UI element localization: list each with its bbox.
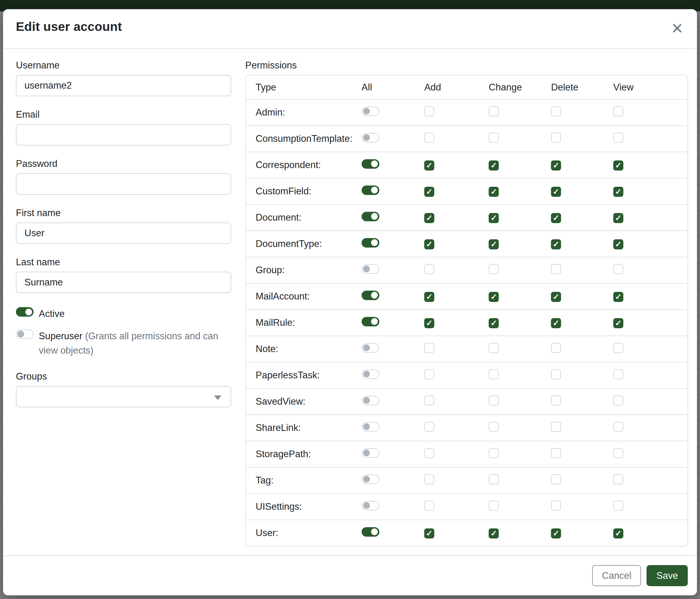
perm-change-checkbox-user[interactable]	[489, 528, 499, 538]
perm-view-checkbox-documenttype[interactable]	[613, 239, 623, 249]
perm-change-checkbox-tag[interactable]	[489, 474, 499, 484]
perm-add-checkbox-user[interactable]	[424, 528, 434, 538]
perm-delete-checkbox-document[interactable]	[551, 213, 561, 223]
perm-view-checkbox-user[interactable]	[613, 528, 623, 538]
perm-add-checkbox-correspondent[interactable]	[424, 161, 434, 170]
perm-all-toggle-uisettings[interactable]	[361, 501, 379, 510]
perm-delete-checkbox-correspondent[interactable]	[551, 161, 561, 170]
email-field[interactable]	[16, 124, 231, 145]
perm-view-checkbox-document[interactable]	[613, 213, 623, 223]
active-toggle[interactable]	[16, 307, 33, 317]
perm-view-checkbox-sharelink[interactable]	[613, 422, 623, 432]
perm-all-toggle-consumptiontemplate[interactable]	[361, 133, 379, 142]
groups-select[interactable]	[16, 386, 231, 407]
perm-view-checkbox-admin[interactable]	[613, 106, 623, 116]
perm-delete-checkbox-admin[interactable]	[551, 106, 561, 116]
perm-change-checkbox-mailaccount[interactable]	[489, 292, 499, 302]
perm-change-checkbox-uisettings[interactable]	[489, 501, 499, 511]
perm-view-checkbox-storagepath[interactable]	[613, 448, 623, 458]
perm-all-toggle-admin[interactable]	[361, 107, 379, 116]
perm-view-checkbox-group[interactable]	[613, 264, 623, 274]
perm-view-checkbox-consumptiontemplate[interactable]	[613, 133, 623, 143]
perm-delete-checkbox-savedview[interactable]	[551, 396, 561, 406]
perm-all-toggle-sharelink[interactable]	[361, 422, 379, 432]
perm-change-checkbox-admin[interactable]	[489, 106, 499, 116]
perm-add-checkbox-tag[interactable]	[424, 474, 434, 484]
perm-view-checkbox-mailaccount[interactable]	[613, 292, 623, 302]
perm-delete-checkbox-documenttype[interactable]	[551, 239, 561, 249]
perm-all-toggle-correspondent[interactable]	[361, 159, 379, 169]
perm-add-checkbox-group[interactable]	[424, 264, 434, 274]
perm-all-toggle-documenttype[interactable]	[361, 238, 379, 247]
perm-add-checkbox-savedview[interactable]	[424, 396, 434, 406]
perm-all-toggle-customfield[interactable]	[361, 186, 379, 195]
perm-all-toggle-mailaccount[interactable]	[361, 291, 379, 300]
perm-delete-checkbox-consumptiontemplate[interactable]	[551, 133, 561, 143]
perm-view-checkbox-uisettings[interactable]	[613, 501, 623, 511]
perm-add-checkbox-mailrule[interactable]	[424, 318, 434, 328]
perm-all-toggle-mailrule[interactable]	[361, 317, 379, 327]
perm-change-checkbox-note[interactable]	[489, 343, 499, 353]
perm-change-checkbox-paperlesstask[interactable]	[489, 369, 499, 379]
perm-all-toggle-storagepath[interactable]	[361, 448, 379, 458]
perm-add-checkbox-admin[interactable]	[424, 106, 434, 116]
perm-add-checkbox-uisettings[interactable]	[424, 501, 434, 511]
perm-delete-checkbox-paperlesstask[interactable]	[551, 369, 561, 379]
perm-delete-checkbox-storagepath[interactable]	[551, 448, 561, 458]
perm-change-checkbox-storagepath[interactable]	[489, 448, 499, 458]
perm-all-toggle-paperlesstask[interactable]	[361, 369, 379, 379]
perm-add-checkbox-customfield[interactable]	[424, 187, 434, 197]
perm-change-checkbox-correspondent[interactable]	[489, 161, 499, 170]
perm-delete-checkbox-note[interactable]	[551, 343, 561, 353]
perm-change-checkbox-documenttype[interactable]	[489, 239, 499, 249]
password-field[interactable]	[16, 173, 231, 195]
perm-view-checkbox-correspondent[interactable]	[613, 161, 623, 170]
perm-change-checkbox-mailrule[interactable]	[489, 318, 499, 328]
perm-delete-checkbox-mailrule[interactable]	[551, 318, 561, 328]
perm-view-checkbox-tag[interactable]	[613, 474, 623, 484]
first-name-group: First name	[16, 208, 231, 244]
first-name-field[interactable]	[16, 222, 231, 244]
username-input[interactable]	[16, 75, 231, 96]
perm-change-checkbox-document[interactable]	[489, 213, 499, 223]
perm-add-checkbox-mailaccount[interactable]	[424, 292, 434, 302]
perm-delete-checkbox-group[interactable]	[551, 264, 561, 274]
perm-change-checkbox-customfield[interactable]	[489, 187, 499, 197]
perm-all-toggle-tag[interactable]	[361, 475, 379, 484]
perm-change-checkbox-consumptiontemplate[interactable]	[489, 133, 499, 143]
perm-add-checkbox-consumptiontemplate[interactable]	[424, 133, 434, 143]
cancel-button[interactable]: Cancel	[592, 565, 641, 586]
close-icon[interactable]: ×	[670, 20, 684, 37]
perm-delete-checkbox-customfield[interactable]	[551, 187, 561, 197]
perm-all-toggle-document[interactable]	[361, 212, 379, 221]
perm-all-toggle-user[interactable]	[361, 527, 379, 537]
perm-all-toggle-savedview[interactable]	[361, 396, 379, 405]
perm-add-checkbox-storagepath[interactable]	[424, 448, 434, 458]
perm-delete-checkbox-tag[interactable]	[551, 474, 561, 484]
perm-view-checkbox-customfield[interactable]	[613, 187, 623, 197]
perm-add-checkbox-paperlesstask[interactable]	[424, 369, 434, 379]
perm-delete-checkbox-uisettings[interactable]	[551, 501, 561, 511]
perm-add-checkbox-sharelink[interactable]	[424, 422, 434, 432]
superuser-toggle[interactable]	[16, 330, 33, 339]
perm-view-checkbox-savedview[interactable]	[613, 396, 623, 406]
perm-view-checkbox-paperlesstask[interactable]	[613, 369, 623, 379]
perm-add-checkbox-document[interactable]	[424, 213, 434, 223]
perm-view-checkbox-note[interactable]	[613, 343, 623, 353]
toggle-knob	[371, 239, 378, 246]
perm-delete-checkbox-user[interactable]	[551, 528, 561, 538]
save-button[interactable]: Save	[647, 565, 688, 586]
perm-change-checkbox-group[interactable]	[489, 264, 499, 274]
permission-row-customfield: CustomField:	[246, 178, 688, 204]
toggle-knob	[18, 331, 24, 337]
perm-add-checkbox-documenttype[interactable]	[424, 239, 434, 249]
perm-change-checkbox-savedview[interactable]	[489, 396, 499, 406]
perm-delete-checkbox-mailaccount[interactable]	[551, 292, 561, 302]
perm-all-toggle-note[interactable]	[361, 343, 379, 353]
perm-all-toggle-group[interactable]	[361, 264, 379, 274]
perm-change-checkbox-sharelink[interactable]	[489, 422, 499, 432]
last-name-field[interactable]	[16, 272, 231, 293]
perm-delete-checkbox-sharelink[interactable]	[551, 422, 561, 432]
perm-view-checkbox-mailrule[interactable]	[613, 318, 623, 328]
perm-add-checkbox-note[interactable]	[424, 343, 434, 353]
